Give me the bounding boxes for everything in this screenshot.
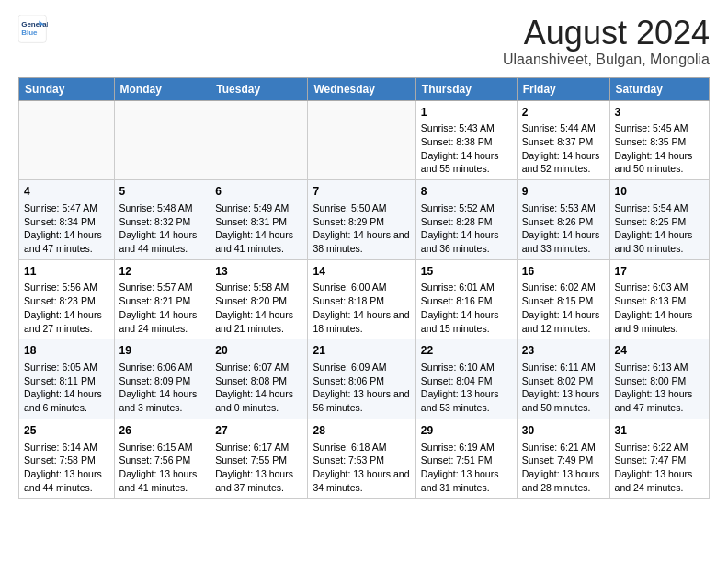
sunrise-text: Sunrise: 5:45 AM <box>615 122 688 133</box>
sunset-text: Sunset: 8:08 PM <box>215 375 287 386</box>
calendar-day-cell: 14Sunrise: 6:00 AMSunset: 8:18 PMDayligh… <box>308 259 415 339</box>
daylight-text: Daylight: 13 hours and 44 minutes. <box>24 468 102 493</box>
day-number: 9 <box>522 184 605 200</box>
sunset-text: Sunset: 8:16 PM <box>421 295 493 306</box>
day-number: 12 <box>119 264 206 280</box>
day-number: 5 <box>119 184 206 200</box>
day-number: 29 <box>421 423 512 439</box>
calendar-day-cell: 27Sunrise: 6:17 AMSunset: 7:55 PMDayligh… <box>210 419 308 499</box>
sunset-text: Sunset: 8:23 PM <box>24 295 96 306</box>
sunset-text: Sunset: 8:15 PM <box>522 295 594 306</box>
sunrise-text: Sunrise: 6:21 AM <box>522 442 596 453</box>
calendar-day-cell: 20Sunrise: 6:07 AMSunset: 8:08 PMDayligh… <box>210 339 308 419</box>
calendar-day-cell: 17Sunrise: 6:03 AMSunset: 8:13 PMDayligh… <box>609 259 709 339</box>
day-number: 24 <box>615 343 704 359</box>
day-number: 26 <box>119 423 206 439</box>
sunrise-text: Sunrise: 5:48 AM <box>119 202 193 213</box>
location-subtitle: Ulaanshiveet, Bulgan, Mongolia <box>503 52 710 68</box>
sunrise-text: Sunrise: 6:09 AM <box>313 362 386 373</box>
sunset-text: Sunset: 7:56 PM <box>119 454 191 465</box>
calendar-day-cell <box>114 100 210 180</box>
calendar-day-cell: 6Sunrise: 5:49 AMSunset: 8:31 PMDaylight… <box>210 180 308 260</box>
calendar-day-cell: 8Sunrise: 5:52 AMSunset: 8:28 PMDaylight… <box>415 180 517 260</box>
daylight-text: Daylight: 14 hours and 44 minutes. <box>119 229 198 254</box>
calendar-day-cell: 2Sunrise: 5:44 AMSunset: 8:37 PMDaylight… <box>517 100 609 180</box>
sunset-text: Sunset: 8:38 PM <box>421 136 493 147</box>
calendar-day-cell: 19Sunrise: 6:06 AMSunset: 8:09 PMDayligh… <box>114 339 210 419</box>
calendar-day-cell: 7Sunrise: 5:50 AMSunset: 8:29 PMDaylight… <box>308 180 415 260</box>
day-number: 22 <box>421 343 512 359</box>
sunrise-text: Sunrise: 6:18 AM <box>313 442 386 453</box>
sunset-text: Sunset: 7:55 PM <box>215 454 287 465</box>
sunrise-text: Sunrise: 5:53 AM <box>522 202 596 213</box>
day-number: 8 <box>421 184 512 200</box>
calendar-day-cell: 28Sunrise: 6:18 AMSunset: 7:53 PMDayligh… <box>308 419 415 499</box>
sunset-text: Sunset: 8:25 PM <box>615 216 687 227</box>
daylight-text: Daylight: 13 hours and 41 minutes. <box>119 468 198 493</box>
daylight-text: Daylight: 14 hours and 18 minutes. <box>313 309 409 334</box>
daylight-text: Daylight: 13 hours and 34 minutes. <box>313 468 409 493</box>
calendar-day-cell: 3Sunrise: 5:45 AMSunset: 8:35 PMDaylight… <box>609 100 709 180</box>
calendar-day-cell: 18Sunrise: 6:05 AMSunset: 8:11 PMDayligh… <box>19 339 115 419</box>
day-number: 6 <box>215 184 302 200</box>
sunrise-text: Sunrise: 5:57 AM <box>119 282 193 293</box>
day-of-week-header: Monday <box>114 77 210 100</box>
sunset-text: Sunset: 7:58 PM <box>24 454 96 465</box>
daylight-text: Daylight: 14 hours and 21 minutes. <box>215 309 293 334</box>
daylight-text: Daylight: 14 hours and 6 minutes. <box>24 388 102 413</box>
sunrise-text: Sunrise: 6:22 AM <box>615 442 688 453</box>
day-of-week-header: Sunday <box>19 77 115 100</box>
sunrise-text: Sunrise: 6:02 AM <box>522 282 596 293</box>
logo: General Blue <box>18 15 48 44</box>
calendar-header-row: SundayMondayTuesdayWednesdayThursdayFrid… <box>19 77 710 100</box>
daylight-text: Daylight: 14 hours and 33 minutes. <box>522 229 600 254</box>
sunrise-text: Sunrise: 6:13 AM <box>615 362 688 373</box>
day-number: 19 <box>119 343 206 359</box>
sunrise-text: Sunrise: 5:54 AM <box>615 202 688 213</box>
day-number: 20 <box>215 343 302 359</box>
daylight-text: Daylight: 14 hours and 0 minutes. <box>215 388 293 413</box>
calendar-day-cell: 24Sunrise: 6:13 AMSunset: 8:00 PMDayligh… <box>609 339 709 419</box>
daylight-text: Daylight: 13 hours and 31 minutes. <box>421 468 499 493</box>
sunset-text: Sunset: 8:18 PM <box>313 295 384 306</box>
daylight-text: Daylight: 14 hours and 24 minutes. <box>119 309 198 334</box>
sunrise-text: Sunrise: 5:43 AM <box>421 122 495 133</box>
sunset-text: Sunset: 8:31 PM <box>215 216 287 227</box>
day-number: 28 <box>313 423 410 439</box>
day-number: 13 <box>215 264 302 280</box>
sunrise-text: Sunrise: 6:11 AM <box>522 362 596 373</box>
daylight-text: Daylight: 13 hours and 24 minutes. <box>615 468 693 493</box>
daylight-text: Daylight: 14 hours and 3 minutes. <box>119 388 198 413</box>
calendar-day-cell: 31Sunrise: 6:22 AMSunset: 7:47 PMDayligh… <box>609 419 709 499</box>
calendar-day-cell: 16Sunrise: 6:02 AMSunset: 8:15 PMDayligh… <box>517 259 609 339</box>
sunrise-text: Sunrise: 5:47 AM <box>24 202 97 213</box>
header: General Blue August 2024 Ulaanshiveet, B… <box>18 15 710 68</box>
day-number: 10 <box>615 184 704 200</box>
sunset-text: Sunset: 8:13 PM <box>615 295 687 306</box>
calendar-day-cell: 11Sunrise: 5:56 AMSunset: 8:23 PMDayligh… <box>19 259 115 339</box>
calendar-day-cell: 1Sunrise: 5:43 AMSunset: 8:38 PMDaylight… <box>415 100 517 180</box>
sunset-text: Sunset: 8:04 PM <box>421 375 493 386</box>
day-of-week-header: Saturday <box>609 77 709 100</box>
page: General Blue August 2024 Ulaanshiveet, B… <box>0 0 728 508</box>
day-number: 27 <box>215 423 302 439</box>
sunrise-text: Sunrise: 5:56 AM <box>24 282 97 293</box>
calendar-title: August 2024 <box>503 15 710 52</box>
sunset-text: Sunset: 8:29 PM <box>313 216 384 227</box>
calendar-day-cell: 23Sunrise: 6:11 AMSunset: 8:02 PMDayligh… <box>517 339 609 419</box>
sunrise-text: Sunrise: 5:58 AM <box>215 282 289 293</box>
sunrise-text: Sunrise: 6:17 AM <box>215 442 289 453</box>
sunset-text: Sunset: 8:20 PM <box>215 295 287 306</box>
calendar-day-cell: 29Sunrise: 6:19 AMSunset: 7:51 PMDayligh… <box>415 419 517 499</box>
day-number: 31 <box>615 423 704 439</box>
calendar-day-cell: 21Sunrise: 6:09 AMSunset: 8:06 PMDayligh… <box>308 339 415 419</box>
calendar-table: SundayMondayTuesdayWednesdayThursdayFrid… <box>18 77 710 500</box>
sunrise-text: Sunrise: 6:01 AM <box>421 282 495 293</box>
day-number: 14 <box>313 264 410 280</box>
day-of-week-header: Thursday <box>415 77 517 100</box>
calendar-day-cell: 25Sunrise: 6:14 AMSunset: 7:58 PMDayligh… <box>19 419 115 499</box>
sunrise-text: Sunrise: 6:07 AM <box>215 362 289 373</box>
daylight-text: Daylight: 13 hours and 47 minutes. <box>615 388 693 413</box>
sunrise-text: Sunrise: 6:05 AM <box>24 362 97 373</box>
sunrise-text: Sunrise: 5:44 AM <box>522 122 596 133</box>
